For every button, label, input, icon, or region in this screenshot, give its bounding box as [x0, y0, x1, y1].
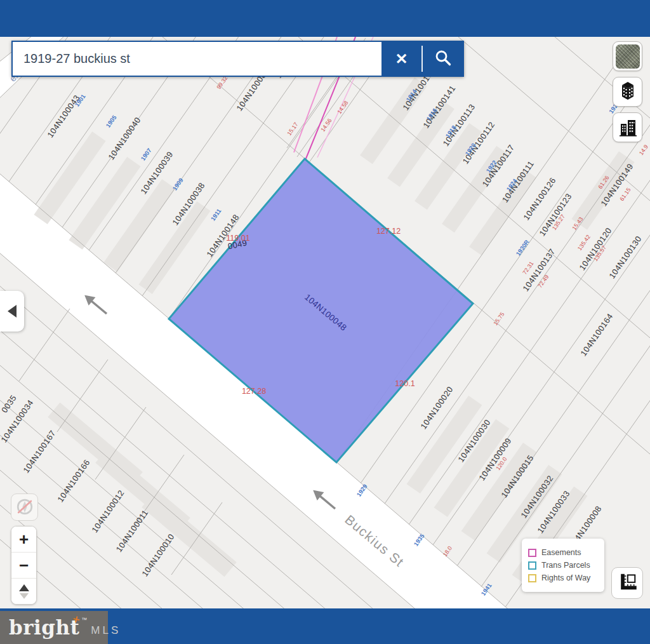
- search-buttons: ✕: [381, 42, 463, 76]
- satellite-thumbnail-icon: [616, 44, 640, 69]
- brand-suffix: MLS: [91, 624, 121, 637]
- tilt-control-button[interactable]: [11, 578, 36, 604]
- map-canvas[interactable]: [0, 37, 650, 608]
- search-input[interactable]: [13, 42, 381, 76]
- 3d-view-button[interactable]: [613, 77, 642, 107]
- clear-search-button[interactable]: ✕: [381, 42, 421, 76]
- zoom-controls: + −: [11, 526, 37, 605]
- search-button[interactable]: [423, 42, 463, 76]
- brand-wordmark: bright +: [9, 616, 79, 639]
- brand-trademark: ™: [81, 617, 87, 623]
- legend-swatch: [528, 574, 536, 582]
- legend-item: Easements: [528, 548, 598, 557]
- legend-item: Rights of Way: [528, 574, 598, 582]
- tilt-down-icon: [20, 593, 29, 599]
- legend-swatch: [528, 549, 536, 557]
- brand-logo: bright + ™ MLS: [0, 611, 108, 644]
- map-legend: Easements Trans Parcels Rights of Way: [522, 539, 604, 592]
- legend-label: Rights of Way: [541, 574, 590, 582]
- satellite-view-button[interactable]: [613, 41, 642, 71]
- legend-swatch: [528, 561, 536, 570]
- tilt-up-icon: [19, 584, 29, 591]
- search-icon: [434, 49, 452, 69]
- brand-star-icon: +: [72, 613, 83, 626]
- zoom-out-button[interactable]: −: [11, 552, 36, 578]
- compass-disabled-icon: [13, 495, 36, 520]
- search-bar: ✕: [11, 41, 464, 77]
- measure-tool-button[interactable]: [611, 567, 643, 599]
- compass-reset-button[interactable]: [11, 493, 38, 521]
- measure-ruler-icon: [616, 570, 639, 596]
- legend-label: Trans Parcels: [541, 561, 590, 570]
- zoom-in-button[interactable]: +: [11, 527, 36, 552]
- city-buildings-icon: [616, 114, 640, 141]
- collapse-panel-tab[interactable]: [0, 291, 24, 332]
- top-bar: [0, 0, 650, 37]
- map-view-buttons: [613, 41, 642, 142]
- legend-label: Easements: [541, 548, 581, 557]
- collapse-arrow-icon: [8, 305, 17, 318]
- 3d-building-icon: [616, 79, 640, 105]
- parcel-map-app: { "header": { "bar_color": "#1a549b" }, …: [0, 0, 650, 644]
- 2d-buildings-button[interactable]: [613, 112, 642, 142]
- legend-item: Trans Parcels: [528, 561, 598, 570]
